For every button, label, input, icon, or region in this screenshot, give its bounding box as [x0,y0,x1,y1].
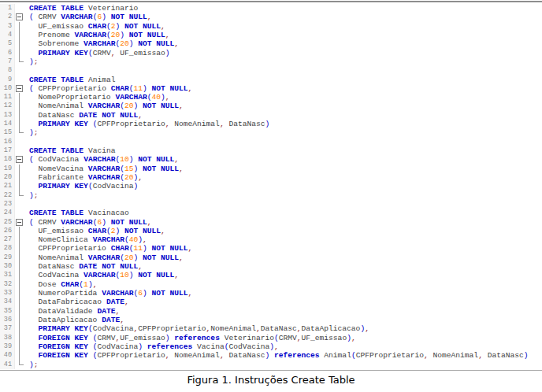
code-line: 1CREATE TABLE Veterinario [0,4,542,13]
code-text: FOREIGN KEY (CodVacina) references Vacin… [25,342,279,351]
line-number: 27 [0,235,15,244]
code-line: 6 PRIMARY KEY(CRMV, UF_emissao) [0,49,542,57]
line-number: 12 [0,102,15,110]
code-text: NomeVacina VARCHAR(15) NOT NULL, [25,165,184,173]
code-text: NumeroPartida VARCHAR(6) NOT NULL, [25,289,192,298]
line-number: 29 [0,253,15,262]
code-line: 24CREATE TABLE Vacinacao [0,209,542,217]
code-line: 17CREATE TABLE Vacina [0,146,542,155]
fold-margin [15,4,25,13]
code-text: Fabricante VARCHAR(20), [25,173,143,182]
code-line: 22); [0,191,542,200]
line-number: 23 [0,200,15,209]
fold-collapse-icon[interactable] [15,218,25,227]
line-number: 7 [0,57,15,66]
fold-margin [15,200,25,209]
line-number: 5 [0,39,15,48]
code-text: CREATE TABLE Vacina [25,146,115,155]
code-line: 16 [0,138,542,146]
code-line: 39 FOREIGN KEY (CodVacina) references Va… [0,342,542,351]
line-number: 41 [0,361,15,369]
fold-guide-line [15,102,25,110]
code-line: 2( CRMV VARCHAR(6) NOT NULL, [0,13,542,21]
line-number: 15 [0,128,15,137]
figure-bottom-border [0,370,542,371]
fold-guide-line [15,253,25,262]
line-number: 9 [0,76,15,84]
code-line: 14 PRIMARY KEY (CPFProprietario, NomeAni… [0,120,542,128]
fold-guide-line [15,244,25,253]
code-text [25,200,29,209]
code-text: Sobrenome VARCHAR(20) NOT NULL, [25,39,179,48]
fold-guide-line [15,165,25,173]
code-line: 3 UF_emissao CHAR(2) NOT NULL, [0,22,542,31]
fold-guide-line [15,334,25,342]
fold-guide-line [15,307,25,316]
code-text [25,138,29,146]
line-number: 30 [0,262,15,271]
code-line: 35 DataValidade DATE, [0,307,542,316]
code-line: 33 NumeroPartida VARCHAR(6) NOT NULL, [0,289,542,298]
code-line: 34 DataFabricacao DATE, [0,298,542,306]
line-number: 31 [0,271,15,279]
fold-guide-line [15,298,25,306]
code-line: 41); [0,361,542,369]
code-line: 20 Fabricante VARCHAR(20), [0,173,542,182]
line-number: 3 [0,22,15,31]
fold-guide-line [15,111,25,120]
code-text: NomeProprietario VARCHAR(40), [25,93,170,102]
code-text: ); [25,128,39,137]
code-text: NomeClinica VARCHAR(40), [25,235,147,244]
fold-collapse-icon[interactable] [15,13,25,21]
code-editor: 1CREATE TABLE Veterinario2( CRMV VARCHAR… [0,4,542,369]
code-line: 13 DataNasc DATE NOT NULL, [0,111,542,120]
code-text: CREATE TABLE Veterinario [25,4,138,13]
code-text: DataFabricacao DATE, [25,298,129,306]
code-line: 30 DataNasc DATE NOT NULL, [0,262,542,271]
line-number: 33 [0,289,15,298]
code-text: CREATE TABLE Animal [25,76,115,84]
code-line: 31 CodVacina VARCHAR(10) NOT NULL, [0,271,542,279]
line-number: 1 [0,4,15,13]
code-text: DataAplicacao DATE, [25,316,124,324]
code-line: 26 UF_emissao CHAR(2) NOT NULL, [0,227,542,235]
code-text: DataNasc DATE NOT NULL, [25,262,143,271]
line-number: 37 [0,324,15,333]
line-number: 28 [0,244,15,253]
code-line: 29 NomeAnimal VARCHAR(20) NOT NULL, [0,253,542,262]
code-text [25,66,29,75]
line-number: 16 [0,138,15,146]
line-number: 35 [0,307,15,316]
code-line: 18( CodVacina VARCHAR(10) NOT NULL, [0,155,542,164]
fold-collapse-icon[interactable] [15,155,25,164]
line-number: 13 [0,111,15,120]
code-text: NomeAnimal VARCHAR(20) NOT NULL, [25,253,184,262]
fold-guide-line [15,57,25,66]
code-line: 40 FOREIGN KEY (CPFProprietario, NomeAni… [0,351,542,360]
fold-guide-line [15,316,25,324]
line-number: 40 [0,351,15,360]
code-line: 12 NomeAnimal VARCHAR(20) NOT NULL, [0,102,542,110]
line-number: 14 [0,120,15,128]
fold-guide-line [15,120,25,128]
code-text: ( CPFProprietario CHAR(11) NOT NULL, [25,84,192,93]
line-number: 36 [0,316,15,324]
fold-guide-line [15,289,25,298]
fold-margin [15,138,25,146]
code-text: ( CRMV VARCHAR(6) NOT NULL, [25,218,152,227]
fold-guide-line [15,93,25,102]
fold-guide-line [15,128,25,137]
code-text: UF_emissao CHAR(2) NOT NULL, [25,22,165,31]
fold-guide-line [15,173,25,182]
code-line: 7); [0,57,542,66]
fold-guide-line [15,31,25,39]
code-line: 21 PRIMARY KEY(CodVacina) [0,182,542,190]
code-text: FOREIGN KEY (CRMV,UF_emissao) references… [25,334,356,342]
code-text: ); [25,191,39,200]
line-number: 6 [0,49,15,57]
fold-collapse-icon[interactable] [15,84,25,93]
fold-guide-line [15,49,25,57]
code-text: Prenome VARCHAR(20) NOT NULL, [25,31,170,39]
fold-guide-line [15,235,25,244]
code-line: 15); [0,128,542,137]
